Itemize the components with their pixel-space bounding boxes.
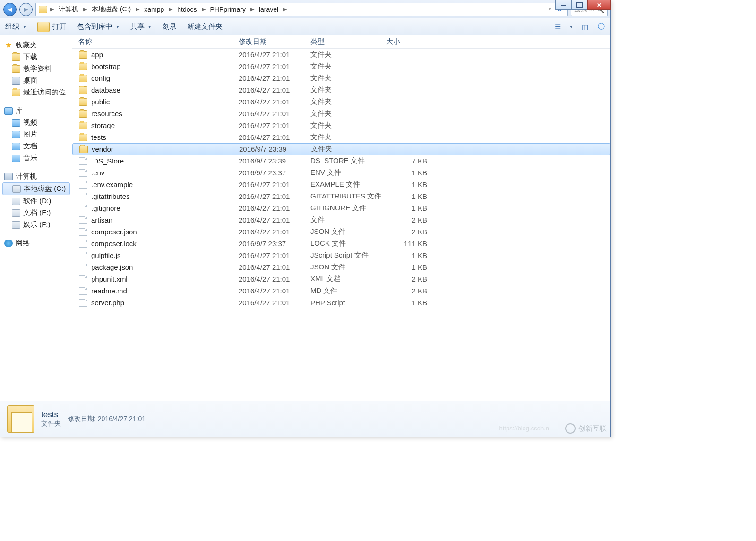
file-type: 文件夹	[310, 50, 386, 59]
crumb[interactable]: PHPprimary	[208, 5, 248, 14]
crumb[interactable]: htdocs	[175, 5, 198, 14]
sidebar-item-music[interactable]: 音乐	[0, 152, 72, 164]
chevron-down-icon[interactable]: ▼	[569, 24, 574, 29]
file-type: 文件夹	[310, 62, 386, 71]
chevron-right-icon[interactable]: ▶	[249, 6, 255, 12]
column-size[interactable]: 大小	[386, 37, 431, 46]
file-row[interactable]: gulpfile.js2016/4/27 21:01JScript Script…	[72, 249, 610, 261]
file-type: JScript Script 文件	[310, 251, 386, 260]
sidebar-libraries-header[interactable]: 库	[0, 105, 72, 117]
burn-button[interactable]: 刻录	[163, 22, 177, 31]
chevron-right-icon[interactable]: ▶	[82, 6, 88, 12]
file-row[interactable]: .env.example2016/4/27 21:01EXAMPLE 文件1 K…	[72, 179, 610, 190]
folder-icon	[12, 65, 20, 73]
sidebar-item-documents[interactable]: 文档	[0, 140, 72, 152]
crumb[interactable]: laravel	[257, 5, 280, 14]
main-area: ★收藏夹 下载 教学资料 桌面 最近访问的位 库 视频 图片 文档 音乐 计算机…	[0, 35, 610, 401]
file-row[interactable]: readme.md2016/4/27 21:01MD 文件2 KB	[72, 285, 610, 297]
chevron-right-icon[interactable]: ▶	[168, 6, 173, 12]
file-name: composer.json	[91, 228, 137, 236]
crumb[interactable]: xampp	[142, 5, 166, 14]
file-size: 1 KB	[386, 251, 431, 259]
sidebar-item-drive-c[interactable]: 本地磁盘 (C:)	[2, 182, 70, 195]
file-row[interactable]: phpunit.xml2016/4/27 21:01XML 文档2 KB	[72, 273, 610, 285]
sidebar-item-recent[interactable]: 最近访问的位	[0, 86, 72, 98]
history-dropdown-icon[interactable]: ▾	[547, 5, 553, 13]
file-row[interactable]: public2016/4/27 21:01文件夹	[72, 96, 610, 108]
file-type: ENV 文件	[310, 168, 386, 177]
file-date: 2016/4/27 21:01	[239, 51, 310, 59]
column-type[interactable]: 类型	[310, 37, 386, 46]
organize-button[interactable]: 组织▼	[5, 22, 27, 31]
sidebar-item-videos[interactable]: 视频	[0, 117, 72, 129]
view-options-icon[interactable]: ☰	[553, 23, 562, 31]
open-button[interactable]: 打开	[37, 22, 67, 32]
file-row[interactable]: .gitignore2016/4/27 21:01GITIGNORE 文件1 K…	[72, 202, 610, 214]
file-row[interactable]: config2016/4/27 21:01文件夹	[72, 72, 610, 84]
new-folder-button[interactable]: 新建文件夹	[187, 22, 223, 31]
include-in-library-button[interactable]: 包含到库中▼	[77, 22, 120, 31]
file-type: 文件夹	[310, 97, 386, 106]
file-row[interactable]: artisan2016/4/27 21:01文件2 KB	[72, 214, 610, 226]
sidebar-favorites-header[interactable]: ★收藏夹	[0, 39, 72, 51]
minimize-button[interactable]	[555, 0, 571, 10]
column-date[interactable]: 修改日期	[239, 37, 310, 46]
sidebar-item-drive-e[interactable]: 文档 (E:)	[0, 207, 72, 219]
file-name: gulpfile.js	[91, 251, 121, 259]
column-name[interactable]: 名称	[72, 37, 239, 46]
blog-url-watermark: https://blog.csdn.n	[499, 425, 549, 432]
file-row[interactable]: vendor2016/9/7 23:39文件夹	[72, 143, 610, 155]
video-icon	[12, 119, 20, 127]
file-row[interactable]: .gitattributes2016/4/27 21:01GITATTRIBUT…	[72, 190, 610, 202]
file-row[interactable]: bootstrap2016/4/27 21:01文件夹	[72, 60, 610, 72]
file-date: 2016/9/7 23:39	[239, 145, 311, 153]
file-row[interactable]: composer.json2016/4/27 21:01JSON 文件2 KB	[72, 226, 610, 238]
close-button[interactable]	[587, 0, 611, 10]
file-row[interactable]: package.json2016/4/27 21:01JSON 文件1 KB	[72, 261, 610, 273]
share-button[interactable]: 共享▼	[130, 22, 152, 31]
file-date: 2016/4/27 21:01	[239, 110, 310, 118]
chevron-right-icon[interactable]: ▶	[135, 6, 140, 12]
back-button[interactable]: ◄	[3, 3, 17, 16]
sidebar-item[interactable]: 教学资料	[0, 63, 72, 75]
file-date: 2016/4/27 21:01	[239, 228, 310, 236]
file-row[interactable]: composer.lock2016/9/7 23:37LOCK 文件111 KB	[72, 238, 610, 249]
sidebar-item-downloads[interactable]: 下载	[0, 51, 72, 63]
file-row[interactable]: server.php2016/4/27 21:01PHP Script1 KB	[72, 297, 610, 309]
breadcrumb-bar[interactable]: ▶ 计算机 ▶ 本地磁盘 (C:) ▶ xampp ▶ htdocs ▶ PHP…	[35, 3, 568, 16]
maximize-button[interactable]	[571, 0, 587, 10]
chevron-right-icon[interactable]: ▶	[282, 6, 288, 12]
chevron-right-icon[interactable]: ▶	[201, 6, 206, 12]
crumb[interactable]: 本地磁盘 (C:)	[90, 4, 133, 15]
file-row[interactable]: resources2016/4/27 21:01文件夹	[72, 108, 610, 120]
sidebar-item-drive-d[interactable]: 软件 (D:)	[0, 195, 72, 207]
chevron-right-icon[interactable]: ▶	[49, 6, 55, 12]
desktop-icon	[12, 77, 20, 85]
preview-pane-icon[interactable]: ◫	[580, 23, 590, 31]
file-type: JSON 文件	[310, 263, 386, 272]
documents-icon	[12, 143, 20, 150]
forward-button[interactable]: ►	[19, 3, 33, 16]
file-type: 文件夹	[311, 145, 387, 154]
file-icon	[79, 275, 87, 283]
music-icon	[12, 155, 20, 162]
details-date: 修改日期: 2016/4/27 21:01	[68, 415, 146, 423]
sidebar-item-pictures[interactable]: 图片	[0, 129, 72, 140]
sidebar-item-drive-f[interactable]: 娱乐 (F:)	[0, 219, 72, 231]
file-row[interactable]: tests2016/4/27 21:01文件夹	[72, 131, 610, 143]
file-type: GITATTRIBUTES 文件	[310, 192, 386, 201]
file-row[interactable]: .DS_Store2016/9/7 23:39DS_STORE 文件7 KB	[72, 155, 610, 167]
file-size: 7 KB	[386, 157, 431, 165]
sidebar-computer-header[interactable]: 计算机	[0, 171, 72, 182]
file-row[interactable]: app2016/4/27 21:01文件夹	[72, 49, 610, 60]
file-row[interactable]: .env2016/9/7 23:37ENV 文件1 KB	[72, 167, 610, 179]
file-icon	[79, 181, 87, 189]
file-name: server.php	[91, 299, 124, 307]
help-icon[interactable]: ⓘ	[596, 23, 606, 31]
sidebar-item-desktop[interactable]: 桌面	[0, 75, 72, 86]
file-type: PHP Script	[310, 299, 386, 307]
file-row[interactable]: storage2016/4/27 21:01文件夹	[72, 120, 610, 131]
file-row[interactable]: database2016/4/27 21:01文件夹	[72, 84, 610, 96]
crumb[interactable]: 计算机	[57, 4, 80, 15]
sidebar-network-header[interactable]: 网络	[0, 237, 72, 249]
